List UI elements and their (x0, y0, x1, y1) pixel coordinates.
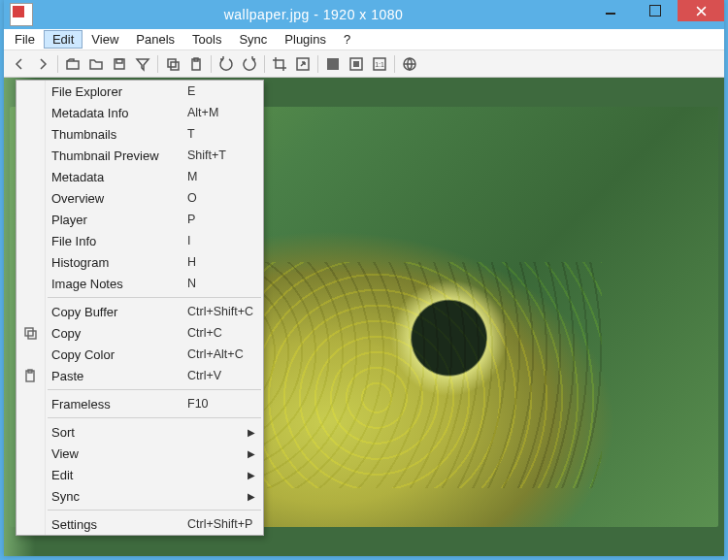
edit-menu-dropdown: File ExplorerEMetadata InfoAlt+MThumbnai… (16, 80, 264, 536)
menu-item-file-explorer[interactable]: File ExplorerE (17, 81, 263, 102)
crop-icon[interactable] (268, 53, 291, 75)
toolbar: 1:1 (4, 50, 724, 78)
back-icon[interactable] (8, 53, 31, 75)
menu-panels[interactable]: Panels (127, 30, 183, 49)
globe-icon[interactable] (398, 53, 421, 75)
rotate-ccw-icon[interactable] (215, 53, 238, 75)
svg-rect-10 (353, 61, 359, 67)
submenu-arrow-icon: ▶ (248, 427, 255, 438)
menu-item-thumbnail-preview[interactable]: Thumbnail PreviewShift+T (17, 145, 263, 166)
save-icon[interactable] (108, 53, 131, 75)
menu-item-label: Edit (51, 468, 263, 482)
minimize-button[interactable] (588, 0, 633, 21)
menu-item-label: File Explorer (51, 84, 187, 99)
menu-edit[interactable]: Edit (44, 30, 83, 49)
svg-rect-2 (116, 59, 122, 63)
menu-file[interactable]: File (6, 30, 44, 49)
menu-item-metadata[interactable]: MetadataM (17, 166, 263, 187)
menu-item-view[interactable]: View▶ (17, 443, 263, 464)
menu-item-copy-buffer[interactable]: Copy BufferCtrl+Shift+C (17, 301, 263, 322)
svg-text:1:1: 1:1 (375, 61, 384, 68)
paste-icon (22, 368, 38, 383)
close-button[interactable] (678, 0, 724, 21)
menu-item-paste[interactable]: PasteCtrl+V (17, 365, 263, 386)
menu-item-label: Copy Buffer (51, 305, 187, 319)
fullscreen-icon[interactable] (321, 53, 345, 75)
titlebar[interactable]: wallpaper.jpg - 1920 x 1080 (4, 0, 724, 29)
menu-item-shortcut: Shift+T (187, 148, 263, 162)
menu-item-shortcut: Alt+M (187, 106, 263, 119)
folder-icon[interactable] (84, 53, 108, 75)
menu-item-copy-color[interactable]: Copy ColorCtrl+Alt+C (17, 344, 263, 365)
menu-item-shortcut: P (187, 213, 263, 226)
menu-item-sync[interactable]: Sync▶ (17, 485, 263, 507)
maximize-button[interactable] (633, 0, 678, 21)
menu-item-label: Overview (51, 191, 187, 206)
forward-icon[interactable] (31, 53, 54, 75)
actual-size-icon[interactable]: 1:1 (368, 53, 391, 75)
menu-item-label: Sort (51, 425, 263, 440)
menu-item-overview[interactable]: OverviewO (17, 187, 263, 209)
menu-item-shortcut: Ctrl+C (187, 326, 263, 340)
menu-item-frameless[interactable]: FramelessF10 (17, 393, 263, 414)
menu-item-label: Image Notes (51, 277, 187, 291)
menu-item-player[interactable]: PlayerP (17, 209, 263, 230)
menu-item-shortcut: N (187, 277, 263, 290)
menu-item-edit[interactable]: Edit▶ (17, 464, 263, 485)
menu-item-shortcut: Ctrl+Shift+P (187, 517, 263, 531)
fit-icon[interactable] (345, 53, 368, 75)
menu-item-label: Metadata (51, 170, 187, 184)
menu-item-label: Copy Color (51, 347, 187, 362)
svg-rect-15 (28, 331, 36, 339)
menu-?[interactable]: ? (335, 30, 359, 49)
menubar: FileEditViewPanelsToolsSyncPlugins? (4, 29, 724, 50)
menu-item-shortcut: Ctrl+Shift+C (187, 305, 263, 318)
filter-icon[interactable] (131, 53, 154, 75)
paste-icon[interactable] (184, 53, 208, 75)
svg-rect-4 (171, 62, 179, 70)
menu-item-copy[interactable]: CopyCtrl+C (17, 322, 263, 344)
submenu-arrow-icon: ▶ (248, 448, 255, 459)
menu-item-label: Player (51, 213, 187, 227)
menu-item-shortcut: F10 (187, 397, 263, 411)
menu-view[interactable]: View (83, 30, 127, 49)
menu-item-label: View (51, 446, 263, 461)
menu-item-image-notes[interactable]: Image NotesN (17, 273, 263, 294)
menu-sync[interactable]: Sync (230, 30, 276, 49)
menu-tools[interactable]: Tools (183, 30, 230, 49)
svg-rect-3 (168, 59, 176, 67)
menu-item-label: Frameless (51, 397, 187, 412)
menu-item-label: Sync (51, 489, 263, 504)
svg-rect-8 (327, 58, 339, 70)
menu-plugins[interactable]: Plugins (276, 30, 335, 49)
svg-rect-0 (67, 61, 79, 69)
open-icon[interactable] (61, 53, 84, 75)
menu-item-sort[interactable]: Sort▶ (17, 421, 263, 443)
resize-icon[interactable] (291, 53, 314, 75)
menu-item-file-info[interactable]: File InfoI (17, 230, 263, 251)
menu-item-label: Settings (51, 517, 187, 532)
menu-item-metadata-info[interactable]: Metadata InfoAlt+M (17, 102, 263, 123)
menu-item-label: File Info (51, 234, 187, 248)
menu-item-label: Copy (51, 326, 187, 341)
rotate-cw-icon[interactable] (238, 53, 261, 75)
menu-item-label: Thumbnail Preview (51, 148, 187, 163)
copy-icon[interactable] (161, 53, 184, 75)
svg-rect-14 (25, 328, 33, 336)
copy-icon (22, 325, 38, 341)
menu-item-label: Metadata Info (51, 106, 187, 120)
menu-item-label: Paste (51, 369, 187, 383)
submenu-arrow-icon: ▶ (248, 470, 255, 480)
menu-item-shortcut: H (187, 255, 263, 269)
submenu-arrow-icon: ▶ (248, 491, 255, 502)
menu-item-shortcut: Ctrl+V (187, 369, 263, 382)
menu-item-label: Histogram (51, 255, 187, 270)
menu-item-settings[interactable]: SettingsCtrl+Shift+P (17, 513, 263, 535)
menu-item-shortcut: M (187, 170, 263, 183)
menu-item-shortcut: E (187, 84, 263, 98)
window-title: wallpaper.jpg - 1920 x 1080 (39, 7, 588, 22)
menu-item-histogram[interactable]: HistogramH (17, 251, 263, 273)
menu-item-shortcut: Ctrl+Alt+C (187, 347, 263, 361)
menu-item-thumbnails[interactable]: ThumbnailsT (17, 123, 263, 145)
window-controls (588, 0, 724, 29)
